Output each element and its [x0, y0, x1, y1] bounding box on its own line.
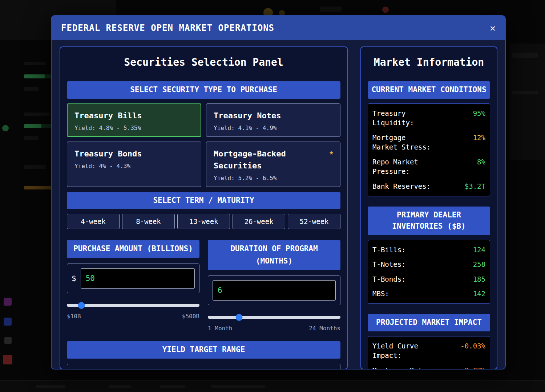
market-panel-title: Market Information [361, 47, 497, 76]
purchase-amount-header: PURCHASE AMOUNT (BILLIONS) [67, 240, 199, 258]
inventory-value: 258 [473, 260, 485, 269]
slider-thumb[interactable] [235, 314, 242, 321]
background-artifact [4, 337, 12, 344]
dealer-inventories-box: T-Bills: 124 T-Notes: 258 T-Bonds: 185 M… [368, 240, 490, 304]
market-conditions-box: Treasury Liquidity: 95% Mortgage Market … [368, 103, 490, 196]
fed-open-market-operations-modal: FEDERAL RESERVE OPEN MARKET OPERATIONS ✕… [51, 15, 506, 369]
background-artifact [24, 136, 39, 140]
term-button-8-week[interactable]: 8-week [122, 214, 175, 229]
duration-input-group [208, 275, 340, 305]
background-artifact [512, 53, 538, 58]
slider-thumb[interactable] [78, 302, 85, 309]
security-yield: Yield: 5.2% - 6.5% [214, 175, 333, 181]
modal-header: FEDERAL RESERVE OPEN MARKET OPERATIONS ✕ [52, 16, 505, 40]
security-card-treasury-bonds[interactable]: Treasury Bonds Yield: 4% - 4.3% [67, 142, 201, 187]
securities-selection-panel: Securities Selection Panel SELECT SECURI… [60, 46, 348, 369]
yield-target-section-header: YIELD TARGET RANGE [67, 341, 340, 359]
inventory-label: T-Bills: [372, 245, 432, 255]
security-name: Treasury Bills [74, 110, 194, 122]
background-artifact [24, 165, 46, 169]
background-artifact [2, 125, 9, 131]
dealer-inventories-header: PRIMARY DEALER INVENTORIES ($B) [368, 207, 490, 235]
inventory-row: T-Bonds: 185 [372, 272, 485, 287]
inventory-value: 124 [473, 245, 485, 255]
amount-duration-section: PURCHASE AMOUNT (BILLIONS) $ $10B $500B [67, 240, 340, 332]
slider-track [208, 316, 340, 319]
security-yield: Yield: 4.1% - 4.9% [214, 124, 333, 131]
background-artifact [24, 186, 53, 189]
background-artifact [382, 7, 389, 13]
market-impact-box: Yield Curve Impact: -0.03% Mortgage Rate… [368, 336, 490, 369]
security-card-mortgage-backed-securities[interactable]: ★ Mortgage-Backed Securities Yield: 5.2%… [206, 142, 340, 187]
term-button-4-week[interactable]: 4-week [67, 214, 120, 229]
purchase-slider-labels: $10B $500B [67, 313, 199, 320]
slider-min-label: 1 Month [208, 325, 232, 332]
background-taskbar [0, 380, 545, 392]
term-button-26-week[interactable]: 26-week [233, 214, 285, 229]
impact-row: Mortgage Rate 0.02% [372, 363, 485, 369]
purchase-amount-slider[interactable] [67, 302, 199, 309]
security-type-section-header: SELECT SECURITY TYPE TO PURCHASE [67, 81, 340, 99]
market-impact-header: PROJECTED MARKET IMPACT [368, 314, 490, 331]
background-artifact [3, 355, 12, 364]
security-name: Mortgage-Backed Securities [214, 148, 301, 172]
impact-value: -0.03% [460, 341, 485, 351]
slider-track [67, 304, 199, 307]
close-button[interactable]: ✕ [490, 23, 496, 33]
market-information-panel: Market Information CURRENT MARKET CONDIT… [360, 46, 497, 369]
purchase-amount-column: PURCHASE AMOUNT (BILLIONS) $ $10B $500B [67, 240, 199, 320]
market-condition-row: Treasury Liquidity: 95% [372, 106, 485, 130]
term-button-13-week[interactable]: 13-week [177, 214, 230, 229]
background-artifact [24, 87, 39, 91]
security-name: Treasury Notes [214, 110, 333, 122]
duration-input[interactable] [213, 280, 336, 301]
impact-label: Mortgage Rate [372, 366, 432, 369]
modal-body: Securities Selection Panel SELECT SECURI… [52, 40, 505, 369]
impact-value: 0.02% [465, 366, 485, 369]
condition-label: Bank Reserves: [372, 181, 432, 191]
securities-panel-content: SELECT SECURITY TYPE TO PURCHASE Treasur… [60, 81, 347, 369]
background-artifact [24, 124, 41, 128]
currency-prefix: $ [72, 274, 76, 283]
inventory-label: T-Bonds: [372, 274, 432, 284]
security-card-treasury-notes[interactable]: Treasury Notes Yield: 4.1% - 4.9% [206, 103, 340, 137]
duration-slider[interactable] [208, 314, 340, 321]
background-artifact [512, 91, 538, 94]
security-yield: Yield: 4% - 4.3% [74, 163, 194, 170]
slider-min-label: $10B [67, 313, 81, 320]
background-artifact [24, 62, 46, 65]
inventory-label: MBS: [372, 289, 432, 299]
slider-max-label: $500B [182, 313, 199, 320]
background-artifact [211, 385, 265, 388]
condition-value: 12% [473, 133, 485, 143]
purchase-amount-input-group: $ [67, 264, 199, 293]
impact-row: Yield Curve Impact: -0.03% [372, 339, 485, 363]
condition-value: 8% [477, 157, 485, 167]
term-button-52-week[interactable]: 52-week [288, 214, 340, 229]
condition-value: $3.2T [465, 181, 485, 191]
security-card-treasury-bills[interactable]: Treasury Bills Yield: 4.8% - 5.35% [67, 103, 201, 137]
yield-from-input[interactable] [143, 369, 184, 369]
security-name: Treasury Bonds [74, 148, 194, 160]
background-artifact [24, 113, 49, 116]
background-artifact [509, 44, 545, 160]
condition-label: Mortgage Market Stress: [372, 133, 432, 152]
market-condition-row: Repo Market Pressure: 8% [372, 155, 485, 179]
inventory-value: 142 [473, 289, 485, 299]
term-buttons-row: 4-week 8-week 13-week 26-week 52-week [67, 214, 340, 229]
condition-value: 95% [473, 109, 485, 118]
term-section-header: SELECT TERM / MATURITY [67, 192, 340, 209]
securities-panel-title: Securities Selection Panel [60, 47, 347, 76]
yield-to-input[interactable] [210, 369, 251, 369]
inventory-row: T-Notes: 258 [372, 257, 485, 272]
inventory-row: MBS: 142 [372, 286, 485, 301]
impact-label: Yield Curve Impact: [372, 341, 432, 360]
background-artifact [4, 318, 12, 326]
market-panel-content: CURRENT MARKET CONDITIONS Treasury Liqui… [361, 81, 497, 369]
star-icon: ★ [329, 148, 334, 156]
background-artifact [109, 385, 131, 388]
duration-column: DURATION OF PROGRAM (MONTHS) 1 Month 24 … [208, 240, 340, 332]
purchase-amount-input[interactable] [81, 268, 195, 289]
background-artifact [36, 385, 65, 388]
slider-max-label: 24 Months [309, 325, 340, 332]
